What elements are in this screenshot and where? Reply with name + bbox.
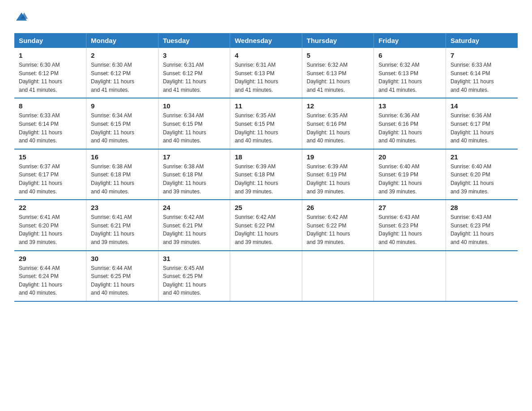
day-number: 9 bbox=[91, 102, 154, 110]
day-number: 12 bbox=[307, 102, 369, 110]
day-info: Sunrise: 6:37 AM Sunset: 6:17 PM Dayligh… bbox=[19, 163, 82, 196]
logo bbox=[14, 11, 28, 26]
col-header-thursday: Thursday bbox=[302, 33, 374, 48]
day-number: 1 bbox=[19, 51, 82, 59]
day-info: Sunrise: 6:34 AM Sunset: 6:15 PM Dayligh… bbox=[91, 111, 154, 145]
day-number: 31 bbox=[163, 255, 226, 262]
day-info: Sunrise: 6:31 AM Sunset: 6:13 PM Dayligh… bbox=[235, 61, 297, 94]
day-info: Sunrise: 6:40 AM Sunset: 6:20 PM Dayligh… bbox=[450, 163, 513, 196]
day-number: 19 bbox=[307, 153, 369, 161]
day-info: Sunrise: 6:45 AM Sunset: 6:25 PM Dayligh… bbox=[163, 264, 226, 297]
calendar-cell: 14 Sunrise: 6:36 AM Sunset: 6:17 PM Dayl… bbox=[446, 98, 518, 149]
day-info: Sunrise: 6:39 AM Sunset: 6:18 PM Dayligh… bbox=[235, 163, 297, 196]
calendar-cell: 25 Sunrise: 6:42 AM Sunset: 6:22 PM Dayl… bbox=[230, 200, 302, 250]
day-info: Sunrise: 6:44 AM Sunset: 6:24 PM Dayligh… bbox=[19, 264, 82, 297]
calendar-week-row: 1 Sunrise: 6:30 AM Sunset: 6:12 PM Dayli… bbox=[14, 48, 518, 98]
day-number: 8 bbox=[19, 102, 82, 110]
calendar-cell: 20 Sunrise: 6:40 AM Sunset: 6:19 PM Dayl… bbox=[374, 149, 446, 200]
col-header-saturday: Saturday bbox=[446, 33, 518, 48]
calendar-week-row: 29 Sunrise: 6:44 AM Sunset: 6:24 PM Dayl… bbox=[14, 251, 518, 301]
day-number: 3 bbox=[163, 51, 226, 59]
calendar-week-row: 22 Sunrise: 6:41 AM Sunset: 6:20 PM Dayl… bbox=[14, 200, 518, 250]
day-info: Sunrise: 6:30 AM Sunset: 6:12 PM Dayligh… bbox=[91, 61, 154, 94]
day-number: 2 bbox=[91, 51, 154, 59]
day-info: Sunrise: 6:36 AM Sunset: 6:17 PM Dayligh… bbox=[450, 111, 513, 145]
day-info: Sunrise: 6:36 AM Sunset: 6:16 PM Dayligh… bbox=[378, 111, 441, 145]
calendar-cell: 7 Sunrise: 6:33 AM Sunset: 6:14 PM Dayli… bbox=[446, 48, 518, 98]
calendar-cell: 21 Sunrise: 6:40 AM Sunset: 6:20 PM Dayl… bbox=[446, 149, 518, 200]
calendar-cell: 1 Sunrise: 6:30 AM Sunset: 6:12 PM Dayli… bbox=[14, 48, 86, 98]
day-number: 5 bbox=[307, 51, 369, 59]
day-number: 23 bbox=[91, 204, 154, 211]
day-info: Sunrise: 6:43 AM Sunset: 6:23 PM Dayligh… bbox=[378, 213, 441, 246]
calendar-cell: 23 Sunrise: 6:41 AM Sunset: 6:21 PM Dayl… bbox=[86, 200, 159, 250]
day-number: 4 bbox=[235, 51, 297, 59]
calendar-cell: 6 Sunrise: 6:32 AM Sunset: 6:13 PM Dayli… bbox=[374, 48, 446, 98]
calendar-cell: 3 Sunrise: 6:31 AM Sunset: 6:12 PM Dayli… bbox=[158, 48, 230, 98]
day-info: Sunrise: 6:43 AM Sunset: 6:23 PM Dayligh… bbox=[450, 213, 513, 246]
calendar-cell: 4 Sunrise: 6:31 AM Sunset: 6:13 PM Dayli… bbox=[230, 48, 302, 98]
col-header-tuesday: Tuesday bbox=[158, 33, 230, 48]
day-number: 15 bbox=[19, 153, 82, 161]
day-info: Sunrise: 6:31 AM Sunset: 6:12 PM Dayligh… bbox=[163, 61, 226, 94]
day-number: 28 bbox=[450, 204, 513, 211]
calendar-cell bbox=[446, 251, 518, 301]
calendar-cell: 24 Sunrise: 6:42 AM Sunset: 6:21 PM Dayl… bbox=[158, 200, 230, 250]
calendar-header-row: SundayMondayTuesdayWednesdayThursdayFrid… bbox=[14, 33, 518, 48]
calendar-cell: 9 Sunrise: 6:34 AM Sunset: 6:15 PM Dayli… bbox=[86, 98, 159, 149]
day-info: Sunrise: 6:32 AM Sunset: 6:13 PM Dayligh… bbox=[307, 61, 369, 94]
calendar-cell: 11 Sunrise: 6:35 AM Sunset: 6:15 PM Dayl… bbox=[230, 98, 302, 149]
day-info: Sunrise: 6:38 AM Sunset: 6:18 PM Dayligh… bbox=[163, 163, 226, 196]
day-number: 11 bbox=[235, 102, 297, 110]
day-info: Sunrise: 6:42 AM Sunset: 6:22 PM Dayligh… bbox=[235, 213, 297, 246]
day-number: 22 bbox=[19, 204, 82, 211]
day-info: Sunrise: 6:32 AM Sunset: 6:13 PM Dayligh… bbox=[378, 61, 441, 94]
calendar-cell: 29 Sunrise: 6:44 AM Sunset: 6:24 PM Dayl… bbox=[14, 251, 86, 301]
day-number: 26 bbox=[307, 204, 369, 211]
calendar-cell bbox=[374, 251, 446, 301]
calendar-cell: 17 Sunrise: 6:38 AM Sunset: 6:18 PM Dayl… bbox=[158, 149, 230, 200]
day-info: Sunrise: 6:30 AM Sunset: 6:12 PM Dayligh… bbox=[19, 61, 82, 94]
calendar-cell: 15 Sunrise: 6:37 AM Sunset: 6:17 PM Dayl… bbox=[14, 149, 86, 200]
day-info: Sunrise: 6:42 AM Sunset: 6:21 PM Dayligh… bbox=[163, 213, 226, 246]
col-header-friday: Friday bbox=[374, 33, 446, 48]
day-number: 16 bbox=[91, 153, 154, 161]
calendar-cell: 28 Sunrise: 6:43 AM Sunset: 6:23 PM Dayl… bbox=[446, 200, 518, 250]
day-number: 7 bbox=[450, 51, 513, 59]
day-number: 27 bbox=[378, 204, 441, 211]
day-number: 30 bbox=[91, 255, 154, 262]
day-number: 17 bbox=[163, 153, 226, 161]
day-info: Sunrise: 6:39 AM Sunset: 6:19 PM Dayligh… bbox=[307, 163, 369, 196]
day-number: 21 bbox=[450, 153, 513, 161]
calendar-cell: 5 Sunrise: 6:32 AM Sunset: 6:13 PM Dayli… bbox=[302, 48, 374, 98]
day-number: 14 bbox=[450, 102, 513, 110]
day-info: Sunrise: 6:34 AM Sunset: 6:15 PM Dayligh… bbox=[163, 111, 226, 145]
day-number: 20 bbox=[378, 153, 441, 161]
calendar-cell: 18 Sunrise: 6:39 AM Sunset: 6:18 PM Dayl… bbox=[230, 149, 302, 200]
page-header bbox=[14, 11, 518, 26]
calendar-cell: 19 Sunrise: 6:39 AM Sunset: 6:19 PM Dayl… bbox=[302, 149, 374, 200]
calendar-cell: 27 Sunrise: 6:43 AM Sunset: 6:23 PM Dayl… bbox=[374, 200, 446, 250]
day-number: 13 bbox=[378, 102, 441, 110]
day-number: 18 bbox=[235, 153, 297, 161]
day-info: Sunrise: 6:42 AM Sunset: 6:22 PM Dayligh… bbox=[307, 213, 369, 246]
day-info: Sunrise: 6:44 AM Sunset: 6:25 PM Dayligh… bbox=[91, 264, 154, 297]
day-info: Sunrise: 6:35 AM Sunset: 6:15 PM Dayligh… bbox=[235, 111, 297, 145]
calendar-cell: 2 Sunrise: 6:30 AM Sunset: 6:12 PM Dayli… bbox=[86, 48, 159, 98]
day-info: Sunrise: 6:41 AM Sunset: 6:20 PM Dayligh… bbox=[19, 213, 82, 246]
day-info: Sunrise: 6:33 AM Sunset: 6:14 PM Dayligh… bbox=[450, 61, 513, 94]
col-header-wednesday: Wednesday bbox=[230, 33, 302, 48]
col-header-sunday: Sunday bbox=[14, 33, 86, 48]
calendar-cell: 13 Sunrise: 6:36 AM Sunset: 6:16 PM Dayl… bbox=[374, 98, 446, 149]
calendar-cell: 30 Sunrise: 6:44 AM Sunset: 6:25 PM Dayl… bbox=[86, 251, 159, 301]
calendar-cell: 16 Sunrise: 6:38 AM Sunset: 6:18 PM Dayl… bbox=[86, 149, 159, 200]
calendar-cell bbox=[302, 251, 374, 301]
calendar-cell bbox=[230, 251, 302, 301]
calendar-table: SundayMondayTuesdayWednesdayThursdayFrid… bbox=[14, 33, 518, 302]
day-number: 10 bbox=[163, 102, 226, 110]
day-info: Sunrise: 6:33 AM Sunset: 6:14 PM Dayligh… bbox=[19, 111, 82, 145]
calendar-cell: 10 Sunrise: 6:34 AM Sunset: 6:15 PM Dayl… bbox=[158, 98, 230, 149]
day-number: 29 bbox=[19, 255, 82, 262]
day-number: 24 bbox=[163, 204, 226, 211]
calendar-cell: 8 Sunrise: 6:33 AM Sunset: 6:14 PM Dayli… bbox=[14, 98, 86, 149]
